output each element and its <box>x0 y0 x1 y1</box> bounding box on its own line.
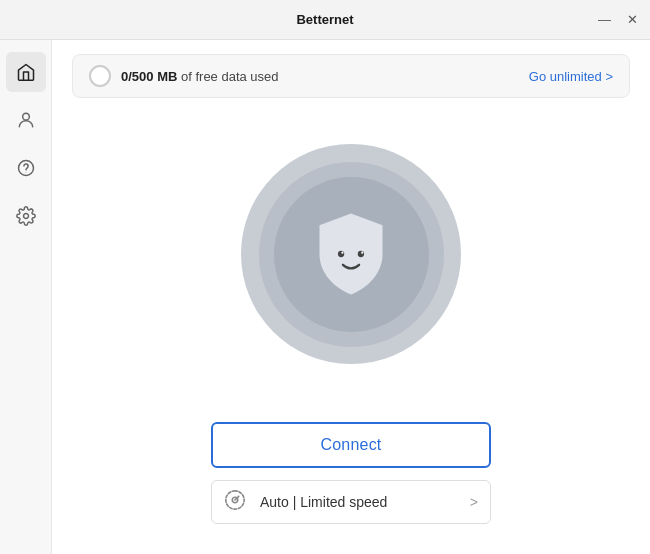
shield-svg <box>306 209 396 299</box>
sidebar-item-settings[interactable] <box>6 196 46 236</box>
account-icon <box>16 110 36 130</box>
shield-mascot <box>306 209 396 299</box>
shield-rings <box>241 144 461 364</box>
buttons-area: Connect Auto | Limited speed > <box>52 422 650 554</box>
svg-point-2 <box>25 172 26 173</box>
speed-icon <box>224 489 250 515</box>
connect-button[interactable]: Connect <box>211 422 491 468</box>
svg-point-6 <box>341 252 343 254</box>
content-area: 0/500 MB of free data used Go unlimited … <box>52 40 650 554</box>
minimize-button[interactable]: — <box>598 13 611 26</box>
go-unlimited-link[interactable]: Go unlimited > <box>529 69 613 84</box>
svg-point-3 <box>23 214 28 219</box>
data-usage-bar: 0/500 MB of free data used Go unlimited … <box>72 54 630 98</box>
home-icon <box>16 62 36 82</box>
speed-label: Auto | Limited speed <box>260 494 460 510</box>
sidebar-item-help[interactable] <box>6 148 46 188</box>
sidebar-item-home[interactable] <box>6 52 46 92</box>
close-button[interactable]: ✕ <box>627 13 638 26</box>
sidebar-item-account[interactable] <box>6 100 46 140</box>
sidebar <box>0 40 52 554</box>
svg-point-0 <box>22 113 29 120</box>
data-used: 0/500 MB <box>121 69 177 84</box>
svg-point-1 <box>18 161 33 176</box>
speed-selector[interactable]: Auto | Limited speed > <box>211 480 491 524</box>
svg-point-5 <box>358 251 364 257</box>
shield-area <box>52 106 650 422</box>
data-usage-left: 0/500 MB of free data used <box>89 65 279 87</box>
svg-point-4 <box>338 251 344 257</box>
help-icon <box>16 158 36 178</box>
svg-point-7 <box>361 252 363 254</box>
main-layout: 0/500 MB of free data used Go unlimited … <box>0 40 650 554</box>
data-usage-circle <box>89 65 111 87</box>
data-suffix: of free data used <box>177 69 278 84</box>
window-controls: — ✕ <box>598 13 638 26</box>
data-usage-text: 0/500 MB of free data used <box>121 69 279 84</box>
title-bar: Betternet — ✕ <box>0 0 650 40</box>
settings-icon <box>16 206 36 226</box>
app-title: Betternet <box>296 12 353 27</box>
speed-chevron: > <box>470 494 478 510</box>
